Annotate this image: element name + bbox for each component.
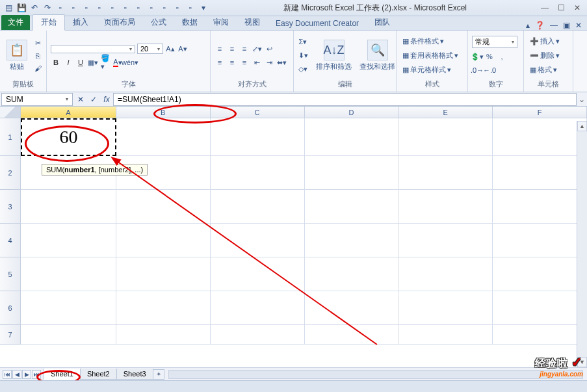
name-box[interactable]: SUM▾ [1, 93, 73, 106]
formula-input[interactable]: =SUM(Sheet1!A1) [113, 93, 577, 106]
underline-button[interactable]: U [75, 57, 86, 68]
cell[interactable] [211, 224, 305, 257]
cut-icon[interactable]: ✂ [33, 38, 43, 49]
format-cells-button[interactable]: ▦格式▾ [528, 64, 562, 75]
cell[interactable] [116, 257, 211, 291]
help-icon[interactable]: ❓ [535, 21, 545, 30]
phonetic-button[interactable]: wén▾ [125, 57, 135, 68]
cell[interactable] [21, 291, 116, 325]
qat-icon[interactable]: ▫ [68, 2, 79, 14]
doc-minimize-icon[interactable]: — [550, 21, 558, 30]
align-top-icon[interactable]: ≡ [215, 44, 225, 54]
qat-more-icon[interactable]: ▾ [198, 2, 209, 14]
minimize-icon[interactable]: — [541, 3, 549, 12]
align-left-icon[interactable]: ≡ [215, 57, 225, 68]
tab-formulas[interactable]: 公式 [143, 15, 174, 30]
cell-a1[interactable]: 60 [21, 118, 116, 156]
copy-icon[interactable]: ⎘ [33, 51, 43, 61]
cell[interactable] [21, 325, 116, 345]
currency-icon[interactable]: 💲▾ [472, 51, 482, 62]
cell[interactable] [493, 118, 587, 156]
cell[interactable] [305, 325, 399, 345]
row-header-3[interactable]: 3 [0, 190, 21, 224]
col-header-c[interactable]: C [211, 107, 305, 118]
cell[interactable] [305, 257, 399, 291]
maximize-icon[interactable]: ☐ [558, 3, 565, 12]
cell[interactable] [493, 190, 587, 224]
sheet-nav-last-icon[interactable]: ⏭ [32, 370, 41, 379]
insert-sheet-icon[interactable]: ✦ [153, 369, 164, 380]
cell[interactable] [211, 190, 305, 224]
qat-icon[interactable]: ▫ [159, 2, 170, 14]
cell[interactable] [116, 224, 211, 257]
italic-button[interactable]: I [63, 57, 73, 68]
cancel-formula-icon[interactable]: ✕ [74, 93, 87, 106]
cell[interactable] [493, 257, 587, 291]
qat-icon[interactable]: ▫ [172, 2, 183, 14]
tab-insert[interactable]: 插入 [65, 15, 96, 30]
increase-indent-icon[interactable]: ⇥ [264, 57, 274, 68]
fill-color-button[interactable]: 🪣▾ [100, 57, 111, 68]
sheet-tab-3[interactable]: Sheet3 [116, 369, 153, 380]
sheet-nav-prev-icon[interactable]: ◀ [12, 370, 21, 379]
cell[interactable] [493, 291, 587, 325]
qat-icon[interactable]: ▫ [185, 2, 196, 14]
align-center-icon[interactable]: ≡ [227, 57, 237, 68]
border-button[interactable]: ▦▾ [88, 57, 98, 68]
cell[interactable] [21, 190, 116, 224]
qat-icon[interactable]: ▫ [94, 2, 105, 14]
cell[interactable] [398, 291, 493, 325]
redo-icon[interactable]: ↷ [42, 2, 53, 14]
cell[interactable] [116, 325, 211, 345]
cell[interactable] [305, 190, 399, 224]
cell[interactable] [305, 291, 399, 325]
cell[interactable] [398, 325, 493, 345]
sheet-nav-first-icon[interactable]: ⏮ [3, 370, 12, 379]
cell[interactable] [305, 156, 399, 190]
insert-function-icon[interactable]: fx [100, 93, 113, 106]
select-all-button[interactable] [0, 107, 21, 118]
row-header-7[interactable]: 7 [0, 325, 21, 345]
autosum-icon[interactable]: Σ▾ [298, 37, 308, 47]
row-header-5[interactable]: 5 [0, 257, 21, 291]
expand-formula-bar-icon[interactable]: ⌄ [577, 95, 587, 104]
sheet-nav-next-icon[interactable]: ▶ [22, 370, 31, 379]
qat-icon[interactable]: ▫ [81, 2, 92, 14]
tab-file[interactable]: 文件 [1, 15, 30, 30]
merge-button[interactable]: ⬌▾ [276, 57, 287, 68]
qat-icon[interactable]: ▫ [146, 2, 157, 14]
cell[interactable] [21, 257, 116, 291]
align-right-icon[interactable]: ≡ [239, 57, 250, 68]
row-header-6[interactable]: 6 [0, 291, 21, 325]
cell[interactable] [211, 156, 305, 190]
cell[interactable] [211, 257, 305, 291]
wrap-text-icon[interactable]: ↩ [264, 44, 274, 54]
qat-icon[interactable]: ▫ [133, 2, 144, 14]
cell[interactable] [398, 224, 493, 257]
table-format-button[interactable]: ▦套用表格格式▾ [400, 50, 460, 61]
tab-view[interactable]: 视图 [237, 15, 268, 30]
align-middle-icon[interactable]: ≡ [227, 44, 237, 54]
font-size-combo[interactable]: 20▾ [137, 44, 163, 54]
row-header-4[interactable]: 4 [0, 224, 21, 257]
vertical-scrollbar[interactable]: ▲ ▼ [577, 121, 587, 367]
qat-icon[interactable]: ▫ [107, 2, 118, 14]
bold-button[interactable]: B [51, 57, 61, 68]
tab-data[interactable]: 数据 [174, 15, 205, 30]
cell[interactable] [305, 118, 399, 156]
save-icon[interactable]: 💾 [16, 2, 27, 14]
fill-icon[interactable]: ⬇▾ [298, 51, 308, 61]
cell[interactable] [211, 118, 305, 156]
sheet-tab-1[interactable]: Sheet1 [44, 369, 81, 380]
cell[interactable] [21, 224, 116, 257]
cell-style-button[interactable]: ▦单元格样式▾ [400, 64, 460, 75]
cell[interactable] [398, 190, 493, 224]
row-header-1[interactable]: 1 [0, 118, 21, 156]
decrease-decimal-icon[interactable]: ←.0 [484, 65, 495, 75]
row-header-2[interactable]: 2 [0, 156, 21, 190]
delete-cells-button[interactable]: ➖删除▾ [528, 50, 562, 61]
undo-icon[interactable]: ↶ [29, 2, 40, 14]
decrease-indent-icon[interactable]: ⇤ [252, 57, 262, 68]
tab-edc[interactable]: Easy Document Creator [268, 17, 367, 30]
cell[interactable] [116, 291, 211, 325]
